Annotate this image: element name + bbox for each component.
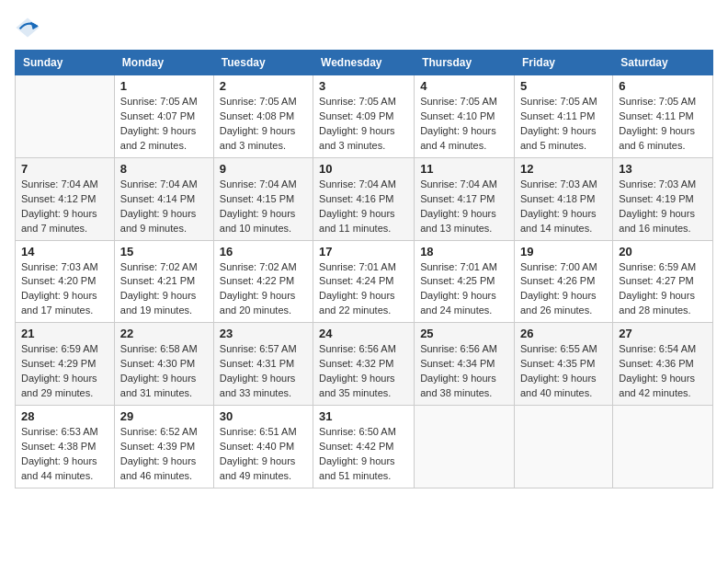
day-number: 3: [319, 79, 408, 93]
calendar-cell: [515, 406, 613, 488]
day-of-week-header: Sunday: [16, 51, 115, 75]
calendar-cell: 7Sunrise: 7:04 AMSunset: 4:12 PMDaylight…: [16, 157, 115, 240]
day-info: Sunrise: 6:51 AMSunset: 4:40 PMDaylight:…: [220, 425, 307, 484]
day-info: Sunrise: 7:05 AMSunset: 4:10 PMDaylight:…: [420, 95, 508, 154]
calendar-cell: 21Sunrise: 6:59 AMSunset: 4:29 PMDayligh…: [16, 323, 115, 406]
calendar-cell: 9Sunrise: 7:04 AMSunset: 4:15 PMDaylight…: [213, 157, 313, 240]
calendar-cell: 12Sunrise: 7:03 AMSunset: 4:18 PMDayligh…: [515, 157, 613, 240]
day-number: 5: [520, 79, 607, 93]
calendar-cell: [415, 406, 515, 488]
day-number: 10: [319, 162, 408, 176]
calendar-cell: [613, 406, 713, 488]
day-number: 2: [220, 79, 307, 93]
day-number: 23: [220, 327, 307, 340]
day-info: Sunrise: 7:02 AMSunset: 4:21 PMDaylight:…: [120, 260, 208, 319]
calendar-cell: 15Sunrise: 7:02 AMSunset: 4:21 PMDayligh…: [114, 240, 213, 323]
day-info: Sunrise: 7:03 AMSunset: 4:18 PMDaylight:…: [520, 178, 607, 236]
calendar-cell: 11Sunrise: 7:04 AMSunset: 4:17 PMDayligh…: [415, 157, 515, 240]
day-info: Sunrise: 7:05 AMSunset: 4:11 PMDaylight:…: [520, 95, 607, 154]
day-number: 15: [120, 245, 208, 259]
day-of-week-header: Thursday: [415, 51, 515, 75]
calendar-cell: 4Sunrise: 7:05 AMSunset: 4:10 PMDaylight…: [415, 75, 515, 158]
calendar-cell: 17Sunrise: 7:01 AMSunset: 4:24 PMDayligh…: [313, 240, 415, 323]
day-number: 26: [520, 327, 607, 340]
day-number: 16: [220, 245, 307, 259]
calendar-cell: 16Sunrise: 7:02 AMSunset: 4:22 PMDayligh…: [213, 240, 313, 323]
day-info: Sunrise: 7:04 AMSunset: 4:12 PMDaylight:…: [21, 178, 108, 236]
day-number: 12: [520, 162, 607, 176]
day-info: Sunrise: 7:04 AMSunset: 4:15 PMDaylight:…: [220, 178, 307, 236]
day-info: Sunrise: 7:05 AMSunset: 4:07 PMDaylight:…: [120, 95, 208, 154]
day-info: Sunrise: 7:03 AMSunset: 4:20 PMDaylight:…: [21, 260, 108, 319]
calendar-cell: 19Sunrise: 7:00 AMSunset: 4:26 PMDayligh…: [515, 240, 613, 323]
day-of-week-header: Saturday: [613, 51, 713, 75]
day-info: Sunrise: 6:59 AMSunset: 4:27 PMDaylight:…: [619, 260, 707, 319]
calendar-week-row: 28Sunrise: 6:53 AMSunset: 4:38 PMDayligh…: [16, 406, 713, 488]
calendar-cell: 6Sunrise: 7:05 AMSunset: 4:11 PMDaylight…: [613, 75, 713, 158]
day-of-week-header: Wednesday: [313, 51, 415, 75]
calendar-cell: 14Sunrise: 7:03 AMSunset: 4:20 PMDayligh…: [16, 240, 115, 323]
day-number: 28: [21, 409, 108, 423]
day-info: Sunrise: 6:56 AMSunset: 4:32 PMDaylight:…: [319, 342, 408, 401]
day-number: 19: [520, 245, 607, 259]
day-number: 9: [220, 162, 307, 176]
calendar-cell: 28Sunrise: 6:53 AMSunset: 4:38 PMDayligh…: [16, 406, 115, 488]
day-info: Sunrise: 7:02 AMSunset: 4:22 PMDaylight:…: [220, 260, 307, 319]
day-info: Sunrise: 6:56 AMSunset: 4:34 PMDaylight:…: [420, 342, 508, 401]
calendar-week-row: 21Sunrise: 6:59 AMSunset: 4:29 PMDayligh…: [16, 323, 713, 406]
calendar-week-row: 14Sunrise: 7:03 AMSunset: 4:20 PMDayligh…: [16, 240, 713, 323]
calendar-cell: [16, 75, 115, 158]
day-info: Sunrise: 7:03 AMSunset: 4:19 PMDaylight:…: [619, 178, 707, 236]
day-of-week-header: Tuesday: [213, 51, 313, 75]
calendar-cell: 30Sunrise: 6:51 AMSunset: 4:40 PMDayligh…: [213, 406, 313, 488]
day-number: 30: [220, 409, 307, 423]
calendar-cell: 27Sunrise: 6:54 AMSunset: 4:36 PMDayligh…: [613, 323, 713, 406]
day-number: 29: [120, 409, 208, 423]
day-info: Sunrise: 7:04 AMSunset: 4:17 PMDaylight:…: [420, 178, 508, 236]
calendar-cell: 13Sunrise: 7:03 AMSunset: 4:19 PMDayligh…: [613, 157, 713, 240]
calendar-cell: 5Sunrise: 7:05 AMSunset: 4:11 PMDaylight…: [515, 75, 613, 158]
day-number: 1: [120, 79, 208, 93]
day-info: Sunrise: 6:54 AMSunset: 4:36 PMDaylight:…: [619, 342, 707, 401]
calendar-cell: 2Sunrise: 7:05 AMSunset: 4:08 PMDaylight…: [213, 75, 313, 158]
day-number: 18: [420, 245, 508, 259]
calendar-cell: 18Sunrise: 7:01 AMSunset: 4:25 PMDayligh…: [415, 240, 515, 323]
calendar-cell: 29Sunrise: 6:52 AMSunset: 4:39 PMDayligh…: [114, 406, 213, 488]
day-number: 22: [120, 327, 208, 340]
day-info: Sunrise: 7:01 AMSunset: 4:25 PMDaylight:…: [420, 260, 508, 319]
day-info: Sunrise: 7:04 AMSunset: 4:14 PMDaylight:…: [120, 178, 208, 236]
calendar-cell: 8Sunrise: 7:04 AMSunset: 4:14 PMDaylight…: [114, 157, 213, 240]
calendar-cell: 3Sunrise: 7:05 AMSunset: 4:09 PMDaylight…: [313, 75, 415, 158]
day-number: 14: [21, 245, 108, 259]
day-number: 6: [619, 79, 707, 93]
day-info: Sunrise: 6:53 AMSunset: 4:38 PMDaylight:…: [21, 425, 108, 484]
calendar-cell: 24Sunrise: 6:56 AMSunset: 4:32 PMDayligh…: [313, 323, 415, 406]
logo: [15, 15, 44, 40]
day-number: 27: [619, 327, 707, 340]
day-info: Sunrise: 7:01 AMSunset: 4:24 PMDaylight:…: [319, 260, 408, 319]
calendar-header-row: SundayMondayTuesdayWednesdayThursdayFrid…: [16, 51, 713, 75]
calendar-cell: 26Sunrise: 6:55 AMSunset: 4:35 PMDayligh…: [515, 323, 613, 406]
day-number: 25: [420, 327, 508, 340]
calendar-cell: 23Sunrise: 6:57 AMSunset: 4:31 PMDayligh…: [213, 323, 313, 406]
calendar-cell: 22Sunrise: 6:58 AMSunset: 4:30 PMDayligh…: [114, 323, 213, 406]
day-number: 24: [319, 327, 408, 340]
calendar-cell: 25Sunrise: 6:56 AMSunset: 4:34 PMDayligh…: [415, 323, 515, 406]
day-number: 20: [619, 245, 707, 259]
day-number: 21: [21, 327, 108, 340]
day-info: Sunrise: 6:52 AMSunset: 4:39 PMDaylight:…: [120, 425, 208, 484]
day-of-week-header: Monday: [114, 51, 213, 75]
day-number: 4: [420, 79, 508, 93]
day-number: 17: [319, 245, 408, 259]
day-info: Sunrise: 7:05 AMSunset: 4:09 PMDaylight:…: [319, 95, 408, 154]
day-of-week-header: Friday: [515, 51, 613, 75]
day-info: Sunrise: 6:58 AMSunset: 4:30 PMDaylight:…: [120, 342, 208, 401]
calendar-cell: 20Sunrise: 6:59 AMSunset: 4:27 PMDayligh…: [613, 240, 713, 323]
day-info: Sunrise: 6:55 AMSunset: 4:35 PMDaylight:…: [520, 342, 607, 401]
day-info: Sunrise: 7:00 AMSunset: 4:26 PMDaylight:…: [520, 260, 607, 319]
calendar-cell: 31Sunrise: 6:50 AMSunset: 4:42 PMDayligh…: [313, 406, 415, 488]
day-number: 31: [319, 409, 408, 423]
calendar-cell: 10Sunrise: 7:04 AMSunset: 4:16 PMDayligh…: [313, 157, 415, 240]
day-info: Sunrise: 7:05 AMSunset: 4:08 PMDaylight:…: [220, 95, 307, 154]
calendar-table: SundayMondayTuesdayWednesdayThursdayFrid…: [15, 50, 713, 488]
